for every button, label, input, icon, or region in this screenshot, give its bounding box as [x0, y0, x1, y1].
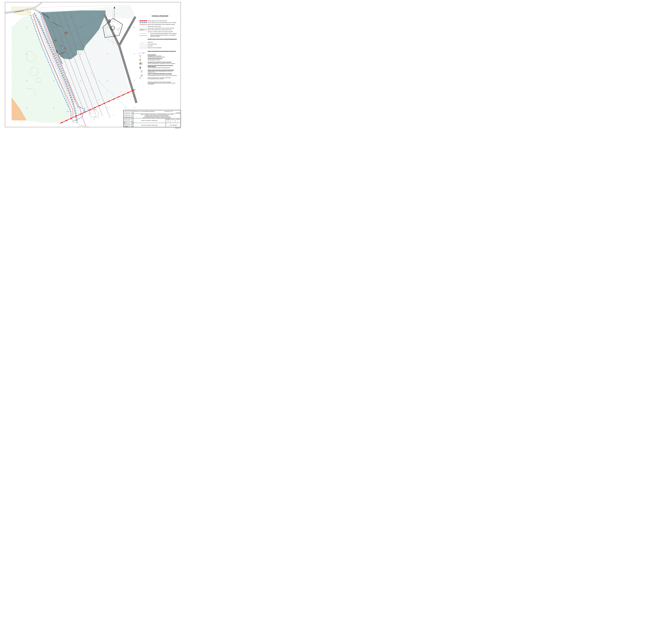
format-note: Формат А2	[168, 127, 181, 128]
drawing-sheet: ул.Энергетиков ул.Энергетиков пер.Энерге…	[0, 0, 182, 129]
sheet-frame	[5, 2, 181, 127]
